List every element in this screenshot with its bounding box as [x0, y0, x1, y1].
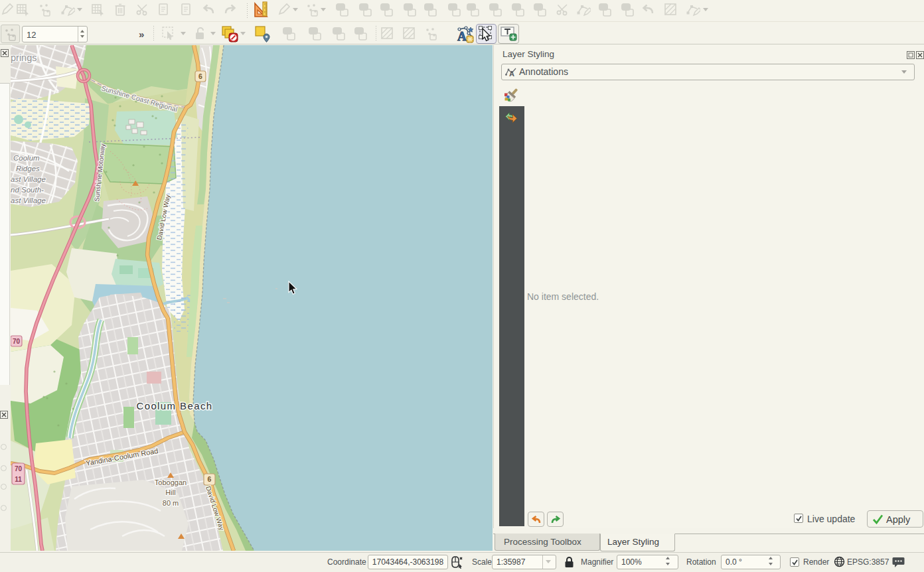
svg-text:80 m: 80 m — [163, 499, 179, 507]
svg-text:6: 6 — [198, 72, 202, 80]
svg-text:70: 70 — [13, 338, 21, 345]
svg-text:prings: prings — [11, 52, 37, 63]
svg-text:ast Village: ast Village — [11, 196, 46, 204]
svg-text:Toboggan: Toboggan — [155, 478, 187, 486]
svg-text:70: 70 — [15, 465, 23, 472]
svg-text:Coolum: Coolum — [13, 154, 40, 162]
svg-text:ast Village: ast Village — [11, 175, 46, 183]
svg-text:Coolum Beach: Coolum Beach — [136, 400, 212, 411]
svg-text:A: A — [509, 70, 514, 77]
svg-text:Hill: Hill — [165, 488, 175, 496]
svg-text:A: A — [457, 29, 467, 43]
svg-text:6: 6 — [208, 475, 212, 483]
svg-text:Ridges: Ridges — [16, 165, 40, 173]
svg-text:11: 11 — [15, 476, 22, 483]
svg-text:nd South-: nd South- — [11, 186, 44, 194]
